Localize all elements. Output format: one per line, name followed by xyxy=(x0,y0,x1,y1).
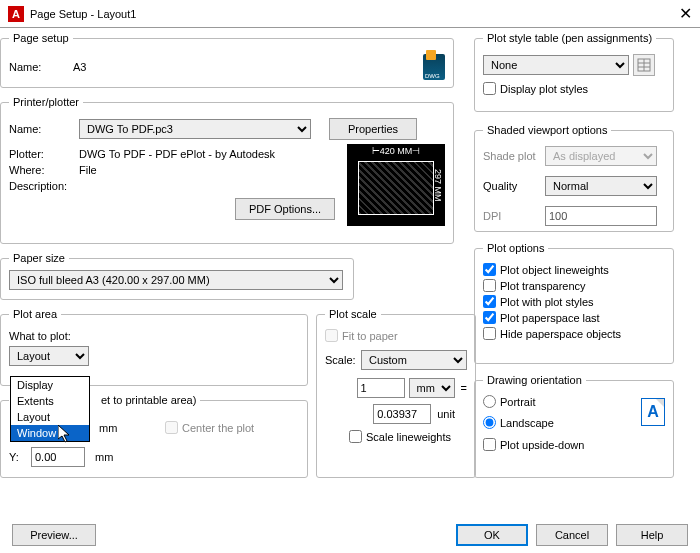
scale-select[interactable]: Custom xyxy=(361,350,467,370)
plot-options-legend: Plot options xyxy=(483,242,548,254)
printer-legend: Printer/plotter xyxy=(9,96,83,108)
scale-numerator-input[interactable] xyxy=(357,378,405,398)
pdf-options-button[interactable]: PDF Options... xyxy=(235,198,335,220)
offset-y-input[interactable] xyxy=(31,447,85,467)
where-value: File xyxy=(79,164,97,176)
dpi-input xyxy=(545,206,657,226)
dropdown-option-window[interactable]: Window xyxy=(11,425,89,441)
dropdown-option-layout[interactable]: Layout xyxy=(11,409,89,425)
preview-button[interactable]: Preview... xyxy=(12,524,96,546)
scale-denominator-input[interactable] xyxy=(373,404,431,424)
paper-size-group: Paper size ISO full bleed A3 (420.00 x 2… xyxy=(0,252,354,300)
printer-name-select[interactable]: DWG To PDF.pc3 xyxy=(79,119,311,139)
plot-style-select[interactable]: None xyxy=(483,55,629,75)
scale-equals: = xyxy=(461,382,467,394)
scale-denom-unit: unit xyxy=(437,408,455,420)
description-label: Description: xyxy=(9,180,79,192)
orientation-legend: Drawing orientation xyxy=(483,374,586,386)
where-label: Where: xyxy=(9,164,79,176)
title-bar: A Page Setup - Layout1 ✕ xyxy=(0,0,700,28)
plot-style-edit-button[interactable] xyxy=(633,54,655,76)
shaded-viewport-group: Shaded viewport options Shade plotAs dis… xyxy=(474,124,674,232)
scale-unit-select[interactable]: mm xyxy=(409,378,455,398)
center-plot-checkbox: Center the plot xyxy=(165,421,254,434)
what-to-plot-select[interactable]: Layout xyxy=(9,346,89,366)
portrait-radio[interactable]: Portrait xyxy=(483,395,641,408)
quality-label: Quality xyxy=(483,180,545,192)
page-setup-group: Page setup Name: A3 xyxy=(0,32,454,88)
preview-width-label: ⊢420 MM⊣ xyxy=(372,146,421,156)
quality-select[interactable]: Normal xyxy=(545,176,657,196)
preview-height-label: 297 MM xyxy=(433,169,443,202)
plot-area-legend: Plot area xyxy=(9,308,61,320)
page-setup-name-label: Name: xyxy=(9,61,73,73)
page-setup-legend: Page setup xyxy=(9,32,73,44)
offset-unit-x: mm xyxy=(99,422,123,434)
plot-style-legend: Plot style table (pen assignments) xyxy=(483,32,656,44)
what-to-plot-dropdown-list[interactable]: Display Extents Layout Window xyxy=(10,376,90,442)
plot-style-group: Plot style table (pen assignments) None … xyxy=(474,32,674,112)
properties-button[interactable]: Properties xyxy=(329,118,417,140)
offset-unit-y: mm xyxy=(95,451,113,463)
orientation-icon: A xyxy=(641,398,665,426)
opt-hide-paperspace-checkbox[interactable]: Hide paperspace objects xyxy=(483,327,665,340)
help-button[interactable]: Help xyxy=(616,524,688,546)
cancel-button[interactable]: Cancel xyxy=(536,524,608,546)
shadeplot-select: As displayed xyxy=(545,146,657,166)
dropdown-option-extents[interactable]: Extents xyxy=(11,393,89,409)
app-logo-icon: A xyxy=(8,6,24,22)
plotter-label: Plotter: xyxy=(9,148,79,160)
paper-size-select[interactable]: ISO full bleed A3 (420.00 x 297.00 MM) xyxy=(9,270,343,290)
dwg-file-icon xyxy=(423,54,445,80)
orientation-group: Drawing orientation Portrait Landscape A… xyxy=(474,374,674,478)
table-edit-icon xyxy=(637,58,651,72)
plot-area-group: Plot area What to plot: Layout xyxy=(0,308,308,386)
dropdown-option-display[interactable]: Display xyxy=(11,377,89,393)
dpi-label: DPI xyxy=(483,210,545,222)
printer-name-label: Name: xyxy=(9,123,79,135)
opt-transparency-checkbox[interactable]: Plot transparency xyxy=(483,279,665,292)
paper-size-legend: Paper size xyxy=(9,252,69,264)
what-to-plot-label: What to plot: xyxy=(9,330,71,342)
printer-group: Printer/plotter Name: DWG To PDF.pc3 Pro… xyxy=(0,96,454,244)
opt-paperspace-last-checkbox[interactable]: Plot paperspace last xyxy=(483,311,665,324)
ok-button[interactable]: OK xyxy=(456,524,528,546)
shaded-legend: Shaded viewport options xyxy=(483,124,611,136)
opt-plotstyles-checkbox[interactable]: Plot with plot styles xyxy=(483,295,665,308)
page-setup-name-value: A3 xyxy=(73,61,86,73)
display-plot-styles-checkbox[interactable]: Display plot styles xyxy=(483,82,665,95)
preview-page-icon xyxy=(358,161,434,215)
upside-down-checkbox[interactable]: Plot upside-down xyxy=(483,438,665,451)
close-button[interactable]: ✕ xyxy=(679,4,692,23)
paper-preview: ⊢420 MM⊣ 297 MM xyxy=(347,144,445,226)
plot-scale-legend: Plot scale xyxy=(325,308,381,320)
shadeplot-label: Shade plot xyxy=(483,150,545,162)
plot-scale-group: Plot scale Fit to paper Scale: Custom mm… xyxy=(316,308,476,478)
plot-options-group: Plot options Plot object lineweights Plo… xyxy=(474,242,674,364)
opt-lineweights-checkbox[interactable]: Plot object lineweights xyxy=(483,263,665,276)
window-title: Page Setup - Layout1 xyxy=(30,8,679,20)
offset-y-label: Y: xyxy=(9,451,31,463)
landscape-radio[interactable]: Landscape xyxy=(483,416,641,429)
fit-to-paper-checkbox: Fit to paper xyxy=(325,329,467,342)
scale-lineweights-checkbox[interactable]: Scale lineweights xyxy=(349,430,467,443)
scale-label: Scale: xyxy=(325,354,361,366)
plotter-value: DWG To PDF - PDF ePlot - by Autodesk xyxy=(79,148,275,160)
